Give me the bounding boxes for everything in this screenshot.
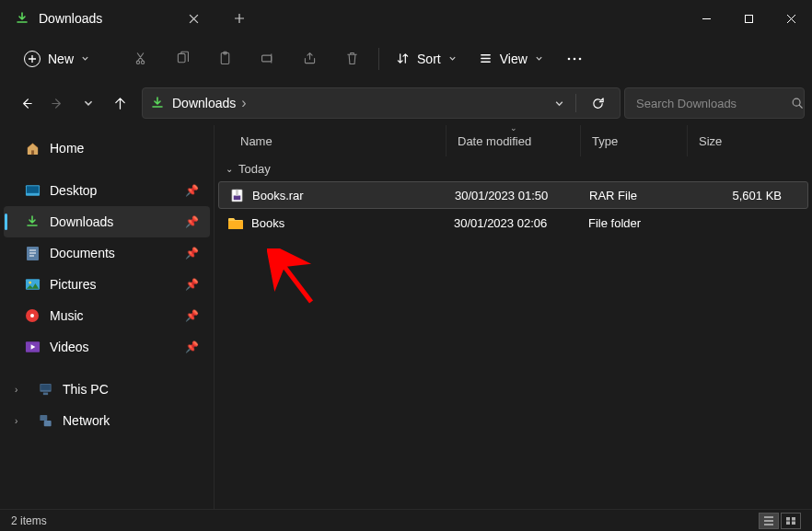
breadcrumb-item[interactable]: Downloads — [172, 96, 236, 110]
svg-rect-30 — [792, 521, 795, 525]
sidebar-item-label: Videos — [50, 340, 89, 354]
column-header-name[interactable]: Name — [215, 125, 447, 156]
more-button[interactable] — [556, 42, 593, 75]
chevron-right-icon[interactable]: › — [15, 416, 26, 426]
copy-button[interactable] — [163, 42, 202, 75]
titlebar: Downloads — [0, 0, 812, 37]
sidebar-item-this-pc[interactable]: › This PC — [4, 374, 210, 405]
sidebar-item-home[interactable]: Home — [4, 133, 210, 164]
svg-rect-25 — [233, 195, 240, 200]
tab-close-button[interactable] — [180, 6, 206, 31]
pin-icon[interactable]: 📌 — [185, 184, 199, 197]
search-icon[interactable] — [791, 97, 804, 110]
new-button-label: New — [48, 52, 74, 66]
thumbnails-view-button[interactable] — [781, 513, 801, 529]
home-icon — [24, 141, 41, 156]
search-box[interactable] — [624, 87, 805, 119]
breadcrumb[interactable]: Downloads › — [172, 95, 543, 111]
svg-rect-22 — [43, 421, 51, 426]
chevron-down-icon: ⌄ — [226, 164, 233, 174]
paste-button[interactable] — [205, 42, 244, 75]
sidebar-item-downloads[interactable]: Downloads 📌 — [4, 206, 210, 237]
refresh-button[interactable] — [584, 93, 612, 114]
pin-icon[interactable]: 📌 — [185, 341, 199, 353]
forward-button[interactable] — [42, 88, 72, 118]
pin-icon[interactable]: 📌 — [185, 278, 199, 291]
cut-button[interactable] — [121, 42, 159, 75]
new-button[interactable]: New — [15, 45, 99, 73]
sidebar-item-label: This PC — [63, 382, 109, 397]
folder-row[interactable]: Books 30/01/2023 02:06 File folder — [218, 209, 808, 237]
maximize-button[interactable] — [727, 0, 770, 37]
sidebar-item-label: Music — [50, 308, 84, 323]
close-window-button[interactable] — [770, 0, 812, 37]
folder-name: Books — [251, 216, 284, 230]
delete-button[interactable] — [332, 42, 371, 75]
sidebar-item-music[interactable]: Music 📌 — [4, 300, 210, 331]
downloads-icon — [24, 214, 41, 229]
pin-icon[interactable]: 📌 — [185, 247, 199, 260]
sidebar-item-label: Pictures — [50, 277, 97, 292]
pictures-icon — [24, 278, 41, 291]
toolbar: New Sort View — [0, 37, 812, 81]
address-history-button[interactable] — [551, 95, 568, 112]
sidebar-item-label: Desktop — [50, 183, 97, 198]
search-input[interactable] — [636, 97, 791, 110]
chevron-right-icon[interactable]: › — [15, 385, 26, 395]
sidebar-item-desktop[interactable]: Desktop 📌 — [4, 175, 210, 206]
svg-rect-19 — [41, 385, 51, 390]
chevron-down-icon — [81, 54, 89, 63]
rename-button[interactable] — [248, 42, 286, 75]
svg-rect-1 — [178, 53, 185, 62]
pin-icon[interactable]: 📌 — [185, 309, 199, 322]
file-row[interactable]: Books.rar 30/01/2023 01:50 RAR File 5,60… — [218, 181, 808, 209]
content-area: Name ⌄Date modified Type Size ⌄ Today Bo… — [214, 125, 812, 509]
sidebar-item-videos[interactable]: Videos 📌 — [4, 331, 210, 363]
details-view-button[interactable] — [759, 513, 779, 529]
folder-icon — [227, 214, 244, 231]
column-header-size[interactable]: Size — [688, 125, 812, 156]
breadcrumb-chevron[interactable]: › — [241, 95, 246, 111]
sidebar-item-label: Documents — [50, 246, 115, 260]
downloads-icon — [150, 96, 165, 110]
sort-icon — [396, 52, 410, 65]
group-header-today[interactable]: ⌄ Today — [218, 156, 808, 181]
svg-point-5 — [567, 57, 570, 60]
up-button[interactable] — [105, 88, 134, 118]
navbar: Downloads › — [0, 81, 812, 125]
svg-rect-27 — [786, 517, 790, 521]
rar-file-icon — [228, 187, 245, 203]
back-button[interactable] — [11, 88, 41, 118]
svg-rect-0 — [745, 15, 752, 22]
sidebar-item-network[interactable]: › Network — [4, 405, 210, 436]
svg-point-6 — [573, 57, 575, 60]
recent-button[interactable] — [74, 88, 103, 118]
new-tab-button[interactable] — [221, 0, 258, 37]
desktop-icon — [24, 184, 41, 197]
sidebar-item-label: Network — [63, 413, 110, 428]
svg-rect-20 — [42, 393, 47, 396]
share-button[interactable] — [290, 42, 329, 75]
column-header-date[interactable]: ⌄Date modified — [447, 125, 581, 156]
sidebar-item-pictures[interactable]: Pictures 📌 — [4, 269, 210, 300]
view-label: View — [500, 52, 528, 66]
file-name: Books.rar — [252, 189, 304, 202]
sidebar: Home Desktop 📌 Downloads 📌 Documents 📌 P… — [0, 125, 214, 509]
view-button[interactable]: View — [470, 46, 552, 72]
view-mode-toggle — [759, 513, 801, 529]
column-headers: Name ⌄Date modified Type Size — [215, 125, 812, 156]
pin-icon[interactable]: 📌 — [185, 215, 199, 228]
network-icon — [37, 414, 53, 427]
column-header-type[interactable]: Type — [581, 125, 688, 156]
tab[interactable]: Downloads — [0, 0, 221, 37]
sidebar-item-documents[interactable]: Documents 📌 — [4, 237, 210, 269]
address-bar[interactable]: Downloads › — [142, 87, 621, 119]
svg-rect-9 — [31, 150, 34, 155]
sort-button[interactable]: Sort — [387, 46, 466, 72]
documents-icon — [24, 246, 41, 261]
tab-title: Downloads — [39, 11, 171, 26]
minimize-button[interactable] — [685, 0, 727, 37]
folder-date: 30/01/2023 02:06 — [447, 216, 581, 230]
window-controls — [685, 0, 812, 37]
videos-icon — [24, 341, 41, 353]
